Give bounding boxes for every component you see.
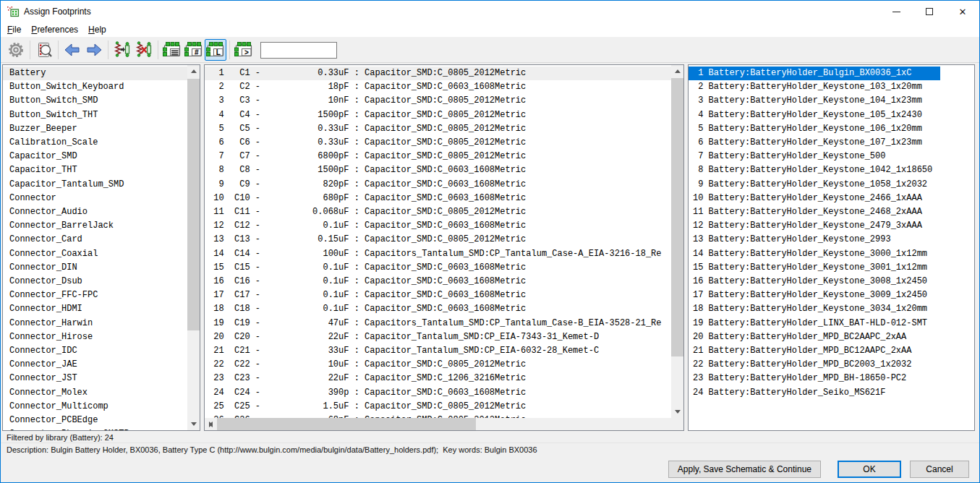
component-row[interactable]: 20 C20 - 22uF : Capacitor_Tantalum_SMD:C… bbox=[205, 330, 671, 344]
component-row[interactable]: 4 C4 - 1500pF : Capacitor_SMD:C_0805_201… bbox=[205, 108, 671, 122]
footprint-item[interactable]: 9 Battery:BatteryHolder_Keystone_1058_1x… bbox=[689, 178, 974, 192]
component-row[interactable]: 5 C5 - 0.33uF : Capacitor_SMD:C_0805_201… bbox=[205, 122, 671, 136]
footprint-item[interactable]: 24 Battery:BatteryHolder_Seiko_MS621F bbox=[689, 386, 974, 400]
libraries-scrollbar[interactable] bbox=[187, 65, 200, 430]
settings-button[interactable] bbox=[5, 39, 27, 61]
maximize-button[interactable] bbox=[913, 1, 946, 22]
footprint-item[interactable]: 19 Battery:BatteryHolder_LINX_BAT-HLD-01… bbox=[689, 317, 974, 330]
library-item[interactable]: Buzzer_Beeper bbox=[3, 122, 187, 136]
library-item[interactable]: Connector_Audio bbox=[3, 205, 187, 219]
footprint-item[interactable]: 1 Battery:BatteryHolder_Bulgin_BX0036_1x… bbox=[689, 67, 940, 80]
library-item[interactable]: Capacitor_Tantalum_SMD bbox=[3, 178, 187, 192]
library-item[interactable]: Battery bbox=[3, 67, 187, 80]
component-row[interactable]: 3 C3 - 10nF : Capacitor_SMD:C_0805_2012M… bbox=[205, 94, 671, 108]
assign-footprint-button[interactable] bbox=[111, 39, 133, 61]
library-item[interactable]: Button_Switch_Keyboard bbox=[3, 80, 187, 94]
component-row[interactable]: 21 C21 - 33uF : Capacitor_Tantalum_SMD:C… bbox=[205, 344, 671, 358]
component-row[interactable]: 18 C18 - 0.1uF : Capacitor_SMD:C_0603_16… bbox=[205, 302, 671, 316]
menu-help[interactable]: Help bbox=[83, 23, 111, 37]
library-item[interactable]: Connector_Phoenix_GMSTB bbox=[3, 427, 187, 430]
menu-file[interactable]: File bbox=[2, 23, 26, 37]
cancel-button[interactable]: Cancel bbox=[910, 461, 969, 478]
library-item[interactable]: Connector_JAE bbox=[3, 358, 187, 372]
component-row[interactable]: 19 C19 - 47uF : Capacitors_Tantalum_SMD:… bbox=[205, 317, 671, 330]
previous-symbol-button[interactable] bbox=[61, 39, 83, 61]
component-row[interactable]: 11 C11 - 0.068uF : Capacitor_SMD:C_0805_… bbox=[205, 205, 671, 219]
filter-by-pin-count-button[interactable]: # bbox=[183, 39, 205, 61]
scroll-right-icon[interactable] bbox=[205, 418, 217, 430]
library-item[interactable]: Capacitor_THT bbox=[3, 163, 187, 177]
scroll-up-icon[interactable] bbox=[671, 65, 683, 77]
filter-by-name-button[interactable]: > bbox=[233, 39, 255, 61]
scroll-down-icon[interactable] bbox=[671, 406, 683, 418]
component-row[interactable]: 10 C10 - 680pF : Capacitor_SMD:C_0603_16… bbox=[205, 192, 671, 205]
component-row[interactable]: 22 C22 - 10uF : Capacitor_SMD:C_0805_201… bbox=[205, 358, 671, 372]
scrollbar-thumb[interactable] bbox=[671, 78, 683, 356]
library-item[interactable]: Connector_DIN bbox=[3, 261, 187, 275]
scroll-up-icon[interactable] bbox=[187, 65, 200, 77]
library-item[interactable]: Connector_Hirose bbox=[3, 330, 187, 344]
footprint-item[interactable]: 13 Battery:BatteryHolder_Keystone_2993 bbox=[689, 233, 974, 247]
footprint-item[interactable]: 15 Battery:BatteryHolder_Keystone_3001_1… bbox=[689, 261, 974, 275]
ok-button[interactable]: OK bbox=[838, 461, 901, 478]
component-row[interactable]: 16 C16 - 0.1uF : Capacitor_SMD:C_0603_16… bbox=[205, 275, 671, 288]
footprint-item[interactable]: 4 Battery:BatteryHolder_Keystone_105_1x2… bbox=[689, 108, 974, 122]
library-item[interactable]: Connector_BarrelJack bbox=[3, 219, 187, 233]
close-button[interactable]: ✕ bbox=[946, 1, 979, 22]
library-item[interactable]: Connector_Multicomp bbox=[3, 400, 187, 414]
delete-association-button[interactable] bbox=[133, 39, 155, 61]
footprint-item[interactable]: 2 Battery:BatteryHolder_Keystone_103_1x2… bbox=[689, 80, 974, 94]
component-row[interactable]: 1 C1 - 0.33uF : Capacitor_SMD:C_0805_201… bbox=[205, 67, 671, 80]
library-item[interactable]: Calibration_Scale bbox=[3, 136, 187, 150]
component-row[interactable]: 6 C6 - 0.33uF : Capacitor_SMD:C_0805_201… bbox=[205, 136, 671, 150]
footprint-item[interactable]: 17 Battery:BatteryHolder_Keystone_3009_1… bbox=[689, 288, 974, 302]
library-item[interactable]: Connector_Molex bbox=[3, 386, 187, 400]
footprint-item[interactable]: 12 Battery:BatteryHolder_Keystone_2479_3… bbox=[689, 219, 974, 233]
footprint-item[interactable]: 5 Battery:BatteryHolder_Keystone_106_1x2… bbox=[689, 122, 974, 136]
view-footprint-button[interactable] bbox=[33, 39, 55, 61]
component-row[interactable]: 13 C13 - 0.15uF : Capacitor_SMD:C_0805_2… bbox=[205, 233, 671, 247]
next-symbol-button[interactable] bbox=[83, 39, 105, 61]
apply-save-continue-button[interactable]: Apply, Save Schematic & Continue bbox=[668, 461, 821, 478]
component-row[interactable]: 24 C24 - 390p : Capacitor_SMD:C_0603_160… bbox=[205, 386, 671, 400]
minimize-button[interactable] bbox=[879, 1, 913, 22]
library-item[interactable]: Connector_Coaxial bbox=[3, 247, 187, 261]
scrollbar-thumb[interactable] bbox=[217, 418, 476, 430]
footprint-item[interactable]: 22 Battery:BatteryHolder_MPD_BC2003_1x20… bbox=[689, 358, 974, 372]
filter-by-keyword-button[interactable] bbox=[161, 39, 183, 61]
component-row[interactable]: 12 C12 - 0.1uF : Capacitor_SMD:C_0603_16… bbox=[205, 219, 671, 233]
library-item[interactable]: Connector_IDC bbox=[3, 344, 187, 358]
component-row[interactable]: 8 C8 - 1500pF : Capacitor_SMD:C_0603_160… bbox=[205, 163, 671, 177]
component-row[interactable]: 17 C17 - 0.1uF : Capacitor_SMD:C_0603_16… bbox=[205, 288, 671, 302]
components-hscrollbar[interactable] bbox=[205, 418, 683, 430]
component-row[interactable]: 2 C2 - 18pF : Capacitor_SMD:C_0603_1608M… bbox=[205, 80, 671, 94]
library-item[interactable]: Connector_FFC-FPC bbox=[3, 288, 187, 302]
footprint-search-input[interactable] bbox=[260, 42, 337, 59]
scrollbar-thumb[interactable] bbox=[187, 79, 200, 330]
menu-preferences[interactable]: Preferences bbox=[26, 23, 83, 37]
library-item[interactable]: Connector_Dsub bbox=[3, 275, 187, 288]
component-row[interactable]: 14 C14 - 100uF : Capacitors_Tantalum_SMD… bbox=[205, 247, 671, 261]
library-item[interactable]: Connector_PCBEdge bbox=[3, 414, 187, 427]
filter-by-library-button[interactable]: L bbox=[205, 39, 226, 61]
footprint-item[interactable]: 18 Battery:BatteryHolder_Keystone_3034_1… bbox=[689, 302, 974, 316]
library-item[interactable]: Connector_JST bbox=[3, 372, 187, 385]
library-item[interactable]: Connector_HDMI bbox=[3, 302, 187, 316]
component-row[interactable]: 7 C7 - 6800pF : Capacitor_SMD:C_0805_201… bbox=[205, 150, 671, 163]
component-row[interactable]: 15 C15 - 0.1uF : Capacitor_SMD:C_0603_16… bbox=[205, 261, 671, 275]
footprint-item[interactable]: 23 Battery:BatteryHolder_MPD_BH-18650-PC… bbox=[689, 372, 974, 385]
library-item[interactable]: Button_Switch_THT bbox=[3, 108, 187, 122]
library-item[interactable]: Connector_Harwin bbox=[3, 317, 187, 330]
footprint-item[interactable]: 20 Battery:BatteryHolder_MPD_BC2AAPC_2xA… bbox=[689, 330, 974, 344]
component-row[interactable]: 9 C9 - 820pF : Capacitor_SMD:C_0603_1608… bbox=[205, 178, 671, 192]
component-row[interactable]: 23 C23 - 22uF : Capacitor_SMD:C_1206_321… bbox=[205, 372, 671, 385]
library-item[interactable]: Capacitor_SMD bbox=[3, 150, 187, 163]
library-item[interactable]: Connector bbox=[3, 192, 187, 205]
library-item[interactable]: Connector_Card bbox=[3, 233, 187, 247]
scroll-down-icon[interactable] bbox=[187, 418, 200, 430]
footprint-item[interactable]: 8 Battery:BatteryHolder_Keystone_1042_1x… bbox=[689, 163, 974, 177]
footprint-item[interactable]: 11 Battery:BatteryHolder_Keystone_2468_2… bbox=[689, 205, 974, 219]
components-vscrollbar[interactable] bbox=[671, 65, 683, 418]
library-item[interactable]: Button_Switch_SMD bbox=[3, 94, 187, 108]
footprint-item[interactable]: 21 Battery:BatteryHolder_MPD_BC12AAPC_2x… bbox=[689, 344, 974, 358]
